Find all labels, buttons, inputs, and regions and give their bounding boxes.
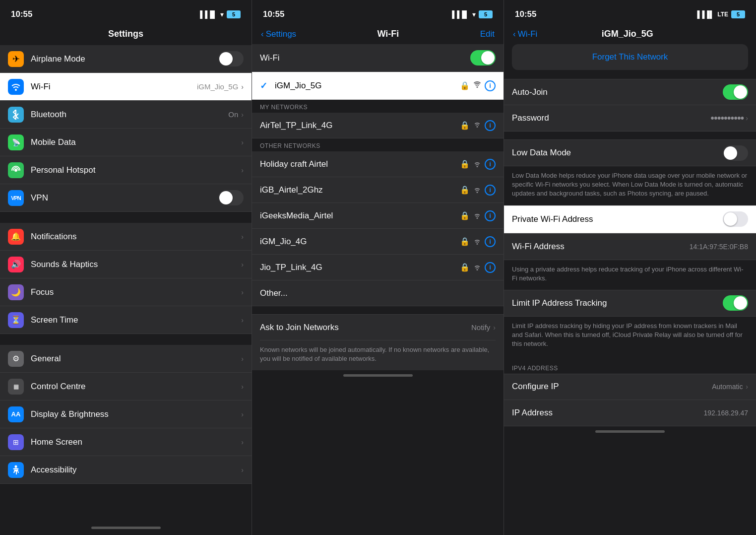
airplane-mode-toggle[interactable] [218,51,244,67]
setting-screen-time[interactable]: ⏳ Screen Time › [0,306,252,334]
other-icons-3: 🔒 i [460,236,496,247]
detail-back-button[interactable]: ‹ Wi-Fi [513,29,537,39]
other-network-2[interactable]: iGeeksMedia_Airtel 🔒 i [252,203,504,229]
wifi-address-value: 14:1A:97:5E:0F:B8 [690,243,748,251]
other-network-1[interactable]: iGB_Airtel_2Ghz 🔒 i [252,177,504,203]
configure-ip-value: Automatic › [712,383,748,391]
setting-airplane-mode[interactable]: ✈ Airplane Mode [0,45,252,73]
limit-ip-section: Limit IP Address Tracking [504,290,756,317]
general-icon: ⚙ [8,351,24,367]
focus-label: Focus [31,287,233,297]
other-network-3[interactable]: iGM_Jio_4G 🔒 i [252,229,504,255]
wifi-setting-icon [8,79,24,95]
wifi-icon-2: ▾ [472,10,476,18]
auto-join-row[interactable]: Auto-Join [504,79,756,105]
setting-personal-hotspot[interactable]: Personal Hotspot › [0,156,252,184]
wifi-address-label: Wi-Fi Address [512,242,690,252]
wifi-toggle[interactable] [470,50,496,66]
other-network-5[interactable]: Other... [252,280,504,306]
private-address-toggle[interactable] [723,211,748,227]
setting-mobile-data[interactable]: 📡 Mobile Data › [0,129,252,156]
time-3: 10:55 [515,9,536,19]
wifi-other2 [473,212,482,219]
join-row[interactable]: Ask to Join Networks Notify › [260,315,496,340]
setting-vpn[interactable]: VPN VPN [0,184,252,212]
lock-other1: 🔒 [460,185,470,195]
signal-icon-2: ▐▐▐▌ [449,10,469,18]
screen-time-chevron: › [240,316,244,324]
battery-icon-2: 5 [479,10,493,18]
limit-ip-toggle[interactable] [723,295,748,311]
auto-join-toggle[interactable] [723,84,748,100]
lock-other3: 🔒 [460,237,470,246]
general-chevron: › [240,355,244,363]
lock-icon-my0: 🔒 [460,121,470,130]
checkmark-icon: ✓ [260,80,270,91]
home-indicator-1 [91,527,161,529]
setting-general[interactable]: ⚙ General › [0,345,252,373]
home-screen-icon: ⊞ [8,434,24,450]
sounds-icon: 🔊 [8,257,24,272]
connected-network-row[interactable]: ✓ iGM_Jio_5G 🔒 i [252,72,504,100]
separator-2 [0,334,252,345]
ipv4-section: Configure IP Automatic › IP Address 192.… [504,374,756,426]
my-network-row-0[interactable]: AirTel_TP_Link_4G 🔒 i [252,113,504,138]
wifi-icon: ▾ [220,10,224,18]
display-chevron: › [240,410,244,418]
home-indicator-3 [595,430,665,433]
control-centre-icon: ▦ [8,379,24,395]
home-screen-label: Home Screen [31,437,233,447]
password-value: •••••••••• [710,112,744,125]
other-network-0[interactable]: Holiday craft Airtel 🔒 i [252,151,504,177]
setting-focus[interactable]: 🌙 Focus › [0,278,252,306]
sounds-label: Sounds & Haptics [31,260,233,269]
separator-1 [0,212,252,223]
low-data-toggle[interactable] [723,145,748,161]
info-other0[interactable]: i [485,159,496,170]
configure-ip-row[interactable]: Configure IP Automatic › [504,374,756,400]
wifi-other4 [473,264,482,271]
wifi-toggle-row[interactable]: Wi-Fi [252,44,504,72]
setting-home-screen[interactable]: ⊞ Home Screen › [0,428,252,456]
wifi-screen-title: Wi-Fi [377,29,399,39]
low-data-row[interactable]: Low Data Mode [504,140,756,166]
private-address-row[interactable]: Private Wi-Fi Address [504,205,756,233]
vpn-toggle[interactable] [218,190,244,205]
ip-address-row: IP Address 192.168.29.47 [504,400,756,426]
other-name-2: iGeeksMedia_Airtel [260,211,455,221]
info-other3[interactable]: i [485,236,496,247]
setting-display[interactable]: AA Display & Brightness › [0,401,252,428]
connected-network-icons: 🔒 i [460,80,496,91]
other-network-4[interactable]: Jio_TP_Link_4G 🔒 i [252,255,504,280]
info-other2[interactable]: i [485,210,496,221]
setting-wifi[interactable]: Wi-Fi iGM_Jio_5G › [0,73,252,101]
wifi-back-button[interactable]: ‹ Settings [261,29,296,39]
personal-hotspot-label: Personal Hotspot [31,165,233,175]
detail-back-label: Wi-Fi [518,29,538,39]
signal-icon: ▐▐▐▌ [197,10,217,18]
status-bar-1: 10:55 ▐▐▐▌ ▾ 5 [0,0,252,25]
password-row[interactable]: Password •••••••••• › [504,105,756,131]
lock-icon: 🔒 [460,81,470,90]
detail-nav-header: ‹ Wi-Fi iGM_Jio_5G [504,25,756,44]
ipv4-header: IPV4 ADDRESS [504,356,756,374]
forget-network-button[interactable]: Forget This Network [512,44,748,70]
separator-detail-1 [504,132,756,139]
setting-bluetooth[interactable]: Bluetooth On › [0,101,252,129]
wifi-value: iGM_Jio_5G › [197,82,244,91]
focus-icon: 🌙 [8,284,24,300]
limit-ip-row[interactable]: Limit IP Address Tracking [504,290,756,316]
info-other4[interactable]: i [485,262,496,273]
ip-address-label: IP Address [512,408,703,418]
home-screen-chevron: › [240,438,244,446]
setting-notifications[interactable]: 🔔 Notifications › [0,223,252,251]
info-other1[interactable]: i [485,185,496,196]
info-my0-icon[interactable]: i [485,120,496,131]
setting-control-centre[interactable]: ▦ Control Centre › [0,373,252,401]
info-icon[interactable]: i [485,80,496,91]
wifi-other3 [473,238,482,245]
wifi-edit-button[interactable]: Edit [480,29,495,39]
setting-accessibility[interactable]: Accessibility › [0,456,252,484]
setting-sounds[interactable]: 🔊 Sounds & Haptics › [0,251,252,278]
low-data-section: Low Data Mode [504,139,756,166]
